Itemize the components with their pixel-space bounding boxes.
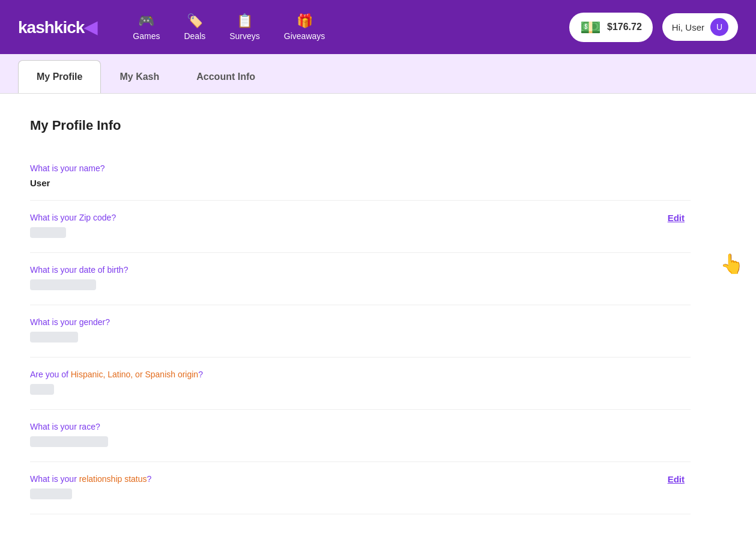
field-relationship-highlight: relationship status (79, 474, 147, 484)
surveys-label: Surveys (229, 31, 260, 41)
section-title: My Profile Info (30, 118, 691, 133)
field-relationship-label: What is your relationship status? (30, 474, 691, 484)
nav-giveaways[interactable]: 🎁 Giveaways (284, 13, 325, 41)
giveaways-icon: 🎁 (297, 13, 313, 29)
field-zip-label: What is your Zip code? (30, 213, 691, 222)
field-hispanic-value (30, 384, 54, 395)
nav-right: 💵 $176.72 Hi, User U (569, 13, 738, 42)
field-zip: What is your Zip code? Edit (30, 201, 691, 253)
field-race-value (30, 436, 108, 447)
tabs-bar: My Profile My Kash Account Info (0, 54, 756, 94)
field-name: What is your name? User (30, 151, 691, 201)
field-hispanic: Are you of Hispanic, Latino, or Spanish … (30, 358, 691, 410)
field-gender-label: What is your gender? (30, 317, 691, 327)
field-relationship: What is your relationship status? Edit (30, 462, 691, 514)
tab-account-info[interactable]: Account Info (178, 60, 274, 93)
field-dob: What is your date of birth? (30, 253, 691, 305)
giveaways-label: Giveaways (284, 31, 325, 41)
field-hispanic-label: Are you of Hispanic, Latino, or Spanish … (30, 370, 691, 379)
nav-deals[interactable]: 🏷️ Deals (184, 13, 205, 41)
deals-label: Deals (184, 31, 205, 41)
field-relationship-edit[interactable]: Edit (668, 474, 685, 484)
field-gender: What is your gender? (30, 305, 691, 358)
field-race: What is your race? (30, 410, 691, 462)
navbar: kashkick◀ 🎮 Games 🏷️ Deals 📋 Surveys 🎁 G… (0, 0, 756, 54)
user-menu-button[interactable]: Hi, User U (662, 13, 738, 41)
games-label: Games (133, 31, 160, 41)
field-relationship-value (30, 489, 72, 499)
field-zip-edit[interactable]: Edit (668, 213, 685, 223)
money-icon: 💵 (580, 17, 601, 37)
tab-my-kash[interactable]: My Kash (101, 60, 178, 93)
profile-content: My Profile Info What is your name? User … (0, 94, 721, 538)
balance-box: 💵 $176.72 (569, 13, 653, 42)
field-hispanic-highlight: Hispanic, Latino, or Spanish origin (71, 370, 198, 379)
games-icon: 🎮 (138, 13, 154, 29)
tab-my-profile[interactable]: My Profile (18, 60, 101, 93)
field-dob-label: What is your date of birth? (30, 265, 691, 275)
user-greeting: Hi, User (672, 22, 704, 32)
avatar: U (710, 18, 728, 36)
field-dob-value (30, 279, 96, 290)
nav-items: 🎮 Games 🏷️ Deals 📋 Surveys 🎁 Giveaways (133, 13, 569, 41)
field-zip-value (30, 227, 66, 238)
field-gender-value (30, 332, 78, 342)
surveys-icon: 📋 (237, 13, 253, 29)
cursor-pointer: 👆 (720, 252, 744, 275)
nav-surveys[interactable]: 📋 Surveys (229, 13, 260, 41)
field-name-label: What is your name? (30, 163, 691, 173)
deals-icon: 🏷️ (187, 13, 203, 29)
nav-games[interactable]: 🎮 Games (133, 13, 160, 41)
field-race-label: What is your race? (30, 422, 691, 431)
field-name-value: User (30, 178, 691, 188)
balance-amount: $176.72 (607, 22, 642, 32)
logo[interactable]: kashkick◀ (18, 17, 97, 37)
